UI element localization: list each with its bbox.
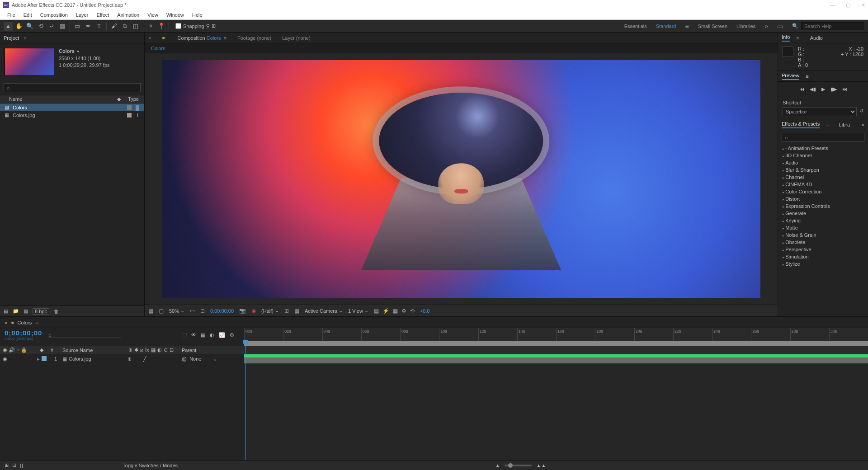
col-type[interactable]: Type bbox=[126, 96, 141, 102]
footer-icon[interactable]: ⊞ bbox=[5, 462, 9, 468]
switch-icon[interactable]: ✱ bbox=[134, 347, 138, 353]
audio-tab[interactable]: Audio bbox=[810, 35, 823, 41]
switch-icon[interactable]: fx bbox=[145, 347, 149, 353]
type-tool-icon[interactable]: T bbox=[94, 22, 104, 31]
menu-window[interactable]: Window bbox=[163, 11, 188, 19]
breadcrumb-item[interactable]: Colors bbox=[151, 46, 165, 51]
snap-opt1-icon[interactable]: ⚲ bbox=[206, 23, 210, 29]
ws-overflow-icon[interactable]: » bbox=[764, 23, 768, 30]
fx-category[interactable]: Matte bbox=[778, 224, 868, 231]
timeline-zoom[interactable]: ▲ ▲▲ bbox=[495, 463, 546, 468]
switch-icon[interactable]: ⊙ bbox=[164, 347, 168, 353]
maximize-icon[interactable]: ▢ bbox=[846, 2, 850, 8]
fx-category[interactable]: Stylize bbox=[778, 260, 868, 268]
fx-category[interactable]: Blur & Sharpen bbox=[778, 166, 868, 174]
panel-menu-icon[interactable]: ≡ bbox=[24, 35, 26, 41]
panel-menu-icon[interactable]: ≡ bbox=[35, 320, 38, 325]
interpret-icon[interactable]: ▤ bbox=[4, 308, 8, 314]
current-timecode[interactable]: 0;00;00;00 bbox=[5, 329, 42, 337]
brush-tool-icon[interactable]: 🖌 bbox=[109, 22, 118, 31]
fx-category[interactable]: CINEMA 4D bbox=[778, 181, 868, 188]
fx-category[interactable]: Channel bbox=[778, 174, 868, 181]
fx-category[interactable]: Distort bbox=[778, 195, 868, 202]
preview-tab[interactable]: Preview bbox=[782, 73, 799, 80]
col-name[interactable]: Name bbox=[4, 96, 112, 102]
guides-icon[interactable]: ▦ bbox=[294, 308, 299, 314]
roi-icon[interactable]: ⊡ bbox=[200, 308, 205, 314]
transparency-icon[interactable]: ▢ bbox=[159, 308, 164, 314]
play-icon[interactable]: ▶ bbox=[821, 86, 825, 92]
snapping-checkbox[interactable] bbox=[175, 23, 181, 29]
zoom-in-icon[interactable]: ▲▲ bbox=[536, 463, 546, 468]
timeline-tab[interactable]: Colors bbox=[17, 320, 32, 325]
switch-icon[interactable]: ◐ bbox=[157, 347, 162, 353]
fx-category[interactable]: Color Correction bbox=[778, 188, 868, 195]
footer-icon[interactable]: ⊡ bbox=[12, 462, 16, 468]
prev-frame-icon[interactable]: ◀▮ bbox=[810, 86, 816, 92]
composition-tab[interactable]: Composition Colors ≡ bbox=[177, 35, 226, 41]
panel-menu-icon[interactable]: ≡ bbox=[796, 35, 799, 41]
shortcut-select[interactable]: Spacebar bbox=[783, 107, 857, 116]
dropdown-icon[interactable]: ⌄ bbox=[213, 356, 217, 362]
label-color[interactable] bbox=[42, 356, 47, 361]
playhead[interactable] bbox=[245, 344, 245, 460]
composition-viewer[interactable] bbox=[145, 53, 778, 305]
camera-dropdown[interactable]: Active Camera ⌄ bbox=[305, 308, 343, 314]
close-tab-icon[interactable]: × bbox=[5, 320, 7, 325]
menu-view[interactable]: View bbox=[144, 11, 162, 19]
flowchart-icon[interactable]: ♻ bbox=[401, 308, 406, 314]
clone-tool-icon[interactable]: ⧉ bbox=[120, 22, 129, 31]
panel-menu-icon[interactable]: ≡ bbox=[826, 122, 829, 127]
first-frame-icon[interactable]: ⏮ bbox=[799, 86, 804, 92]
fast-preview-icon[interactable]: ⚡ bbox=[382, 308, 389, 314]
resolution-dropdown[interactable]: (Half) ⌄ bbox=[261, 308, 279, 314]
selection-tool-icon[interactable]: ▲ bbox=[4, 22, 13, 31]
footage-tab[interactable]: Footage (none) bbox=[237, 35, 271, 41]
pickwhip-icon[interactable]: @ bbox=[182, 356, 187, 362]
motion-blur-icon[interactable]: ◐ bbox=[210, 332, 214, 338]
parent-col[interactable]: Parent bbox=[178, 348, 232, 353]
menu-file[interactable]: File bbox=[4, 11, 19, 19]
ws-libraries[interactable]: Libraries bbox=[736, 24, 755, 29]
orbit-tool-icon[interactable]: ⟲ bbox=[36, 22, 45, 31]
fx-category[interactable]: 3D Channel bbox=[778, 152, 868, 159]
switch-icon[interactable]: ⊕ bbox=[128, 347, 132, 353]
col-label-icon[interactable]: ◆ bbox=[112, 96, 126, 102]
layer-bar[interactable] bbox=[244, 357, 868, 363]
fx-category[interactable]: Generate bbox=[778, 210, 868, 217]
snapping-toggle[interactable]: Snapping ⚲ ⊞ bbox=[175, 23, 216, 29]
eraser-tool-icon[interactable]: ◫ bbox=[131, 22, 140, 31]
pixel-aspect-icon[interactable]: ▤ bbox=[374, 308, 379, 314]
info-tab[interactable]: Info bbox=[782, 34, 790, 42]
layer-row[interactable]: ◉ ▸ 1 ▦Colors.jpg ⊕╱ @None⌄ bbox=[0, 354, 244, 363]
fx-category[interactable]: Obsolete bbox=[778, 239, 868, 246]
effects-search[interactable]: ⌕ bbox=[782, 133, 864, 142]
fx-category[interactable]: Perspective bbox=[778, 246, 868, 253]
help-search-input[interactable] bbox=[801, 22, 864, 30]
close-icon[interactable]: ✕ bbox=[861, 2, 865, 8]
switch-value[interactable]: ╱ bbox=[143, 356, 146, 362]
project-item-image[interactable]: ▦ Colors.jpg I bbox=[0, 111, 144, 119]
switch-value[interactable]: ⊕ bbox=[127, 356, 132, 362]
timeline-tracks[interactable] bbox=[244, 354, 868, 460]
footer-icon[interactable]: {} bbox=[20, 463, 23, 468]
menu-effect[interactable]: Effect bbox=[93, 11, 113, 19]
channel-icon[interactable]: ◉ bbox=[251, 308, 256, 314]
panel-menu-icon[interactable]: ≡ bbox=[806, 74, 808, 79]
menu-composition[interactable]: Composition bbox=[37, 11, 71, 19]
layer-search[interactable]: ⌕ bbox=[48, 332, 121, 338]
fx-category[interactable]: Simulation bbox=[778, 253, 868, 260]
source-col[interactable]: Source Name bbox=[61, 348, 124, 353]
grid-icon[interactable]: ⊞ bbox=[284, 308, 289, 314]
label-swatch[interactable] bbox=[127, 113, 132, 118]
graph-icon[interactable]: 📈 bbox=[219, 332, 225, 338]
switch-icon[interactable]: ⊡ bbox=[170, 347, 174, 353]
visibility-icon[interactable]: ◉ bbox=[3, 356, 7, 362]
project-tab[interactable]: Project bbox=[4, 35, 19, 41]
ws-essentials[interactable]: Essentials bbox=[624, 24, 647, 29]
libraries-tab[interactable]: Libra bbox=[839, 122, 850, 127]
twirl-icon[interactable]: ▸ bbox=[37, 356, 40, 362]
always-preview-icon[interactable]: ▦ bbox=[148, 308, 153, 314]
ws-menu-icon[interactable]: ≡ bbox=[685, 23, 689, 30]
overflow-icon[interactable]: » bbox=[862, 122, 864, 127]
